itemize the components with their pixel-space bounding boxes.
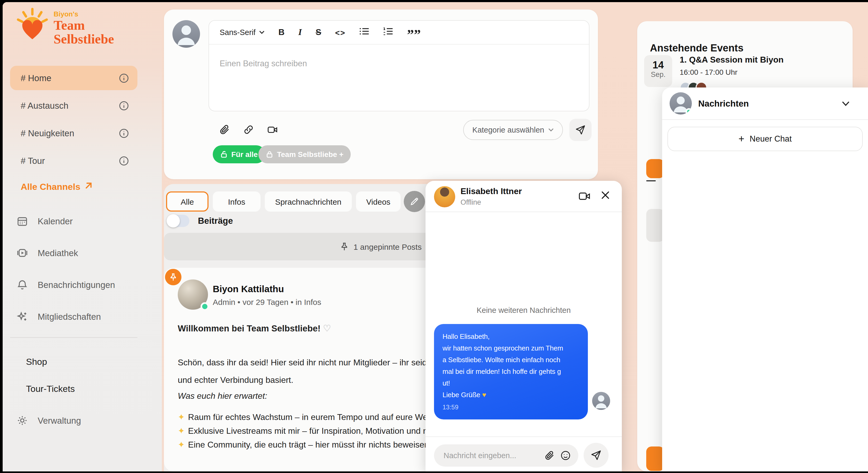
sidebar-item-tour-tickets[interactable]: Tour-Tickets: [26, 377, 75, 401]
tab-alle[interactable]: Alle: [166, 192, 209, 211]
sidebar-item-all-channels[interactable]: Alle Channels: [21, 181, 93, 193]
tab-label: Alle: [181, 197, 194, 206]
lock-open-icon: [220, 150, 227, 158]
post-bullet-text: Eine Community, die euch trägt – hier mü…: [188, 440, 436, 449]
tab-sprachnachrichten[interactable]: Sprachnachrichten: [265, 192, 352, 211]
bullet-list-button[interactable]: [359, 27, 369, 38]
tab-label: Videos: [366, 197, 390, 206]
info-icon[interactable]: [119, 100, 129, 110]
sidebar-item-label: Verwaltung: [38, 415, 81, 426]
sidebar-divider: [10, 337, 137, 338]
info-icon[interactable]: [119, 156, 129, 166]
beitraege-toggle-label: Beiträge: [198, 216, 233, 226]
link-icon[interactable]: [243, 124, 254, 135]
chat-partner-name: Elisabeth Ittner: [461, 187, 522, 196]
info-icon[interactable]: [119, 128, 129, 138]
tab-label: Infos: [228, 197, 245, 206]
message-timestamp: 13:59: [442, 404, 579, 411]
chat-partner-avatar: [434, 186, 455, 207]
font-selector[interactable]: Sans-Serif: [220, 28, 265, 37]
pinned-badge: [165, 269, 182, 285]
sidebar-item-tour[interactable]: # Tour: [10, 148, 137, 173]
italic-button[interactable]: I: [299, 27, 302, 38]
new-chat-button[interactable]: + Neuer Chat: [668, 127, 863, 151]
video-call-button[interactable]: [578, 191, 590, 204]
sidebar-item-verwaltung[interactable]: Verwaltung: [10, 408, 137, 433]
event-time: 16:00 - 17:00 Uhr: [680, 68, 738, 76]
sidebar-item-neuigkeiten[interactable]: # Neuigkeiten: [10, 121, 137, 145]
quote-button[interactable]: ””: [407, 27, 421, 38]
post-title: Willkommen bei Team Selbstliebe!: [178, 324, 320, 333]
post-author-avatar[interactable]: [178, 279, 208, 310]
emoji-icon[interactable]: [560, 450, 571, 461]
brand-line1: Team: [54, 19, 114, 32]
editor-toolbar: Sans-Serif B I S <> ””: [209, 21, 589, 44]
beitraege-toggle-row: Beiträge: [168, 215, 233, 227]
divider: [426, 436, 622, 437]
visibility-team-pill[interactable]: Team Selbstliebe +: [258, 145, 351, 163]
event-day: 14: [644, 60, 672, 70]
submit-post-button[interactable]: [569, 119, 592, 141]
composer-placeholder[interactable]: Einen Beitrag schreiben: [220, 59, 307, 68]
collapse-messages-button[interactable]: [841, 99, 850, 109]
tab-infos[interactable]: Infos: [213, 192, 260, 211]
app-page: Biyon's Team Selbstliebe # Home # Austau…: [3, 2, 868, 471]
rich-text-editor: Sans-Serif B I S <> ”” Einen Beitrag sch…: [209, 20, 589, 111]
sidebar-item-shop[interactable]: Shop: [26, 350, 47, 374]
sidebar-item-label: Shop: [26, 357, 47, 368]
event-text-sliver: [646, 180, 656, 181]
numbered-list-button[interactable]: [383, 27, 393, 38]
post-author-name[interactable]: Biyon Kattilathu: [213, 284, 284, 295]
message-line: Liebe Grüße ♥: [442, 389, 579, 401]
brand-logo[interactable]: Biyon's Team Selbstliebe: [16, 7, 114, 46]
edit-filters-button[interactable]: [404, 191, 425, 212]
tab-videos[interactable]: Videos: [356, 192, 401, 211]
bold-button[interactable]: B: [278, 28, 284, 37]
close-chat-button[interactable]: [600, 190, 610, 202]
sidebar-item-benachrichtigungen[interactable]: Benachrichtigungen: [10, 273, 137, 297]
attachment-row: [219, 120, 278, 139]
paperclip-icon[interactable]: [545, 450, 555, 461]
message-line: mal bei dir melden! Ich hoffe dir gehts …: [442, 366, 579, 377]
plus-icon: +: [739, 133, 744, 145]
sidebar-item-kalender[interactable]: Kalender: [10, 209, 137, 233]
sparkles-icon: ✦: [178, 412, 185, 421]
divider: [426, 211, 622, 212]
strikethrough-button[interactable]: S: [316, 28, 321, 37]
category-select[interactable]: Kategorie auswählen: [463, 120, 563, 140]
media-library-icon: [17, 247, 28, 259]
brand-text: Biyon's Team Selbstliebe: [54, 7, 114, 46]
post-composer: Sans-Serif B I S <> ”” Einen Beitrag sch…: [164, 9, 598, 179]
visibility-public-label: Für alle: [231, 150, 258, 159]
sidebar-item-mitgliedschaften[interactable]: Mitgliedschaften: [10, 304, 137, 329]
messages-panel-title: Nachrichten: [698, 99, 749, 109]
sparkle-icon: [17, 311, 28, 323]
calendar-icon: [17, 215, 28, 227]
sidebar-item-label: # Tour: [21, 156, 45, 166]
pencil-icon: [410, 197, 419, 206]
chat-partner-status: Offline: [461, 198, 481, 206]
visibility-public-pill[interactable]: Für alle: [213, 145, 265, 163]
info-icon[interactable]: [119, 73, 129, 83]
current-user-avatar: [173, 20, 200, 48]
message-line: ut!: [442, 377, 579, 389]
arrow-up-right-icon: [85, 181, 93, 193]
event-title[interactable]: 1. Q&A Session mit Biyon: [680, 55, 784, 65]
sidebar-item-home[interactable]: # Home: [10, 66, 137, 90]
message-sender-avatar: [592, 392, 610, 410]
post-bullet-text: Raum für echtes Wachstum – in eurem Temp…: [188, 412, 438, 421]
sidebar-item-mediathek[interactable]: Mediathek: [10, 241, 137, 265]
video-camera-icon[interactable]: [267, 124, 278, 135]
pin-icon: [169, 273, 177, 281]
all-channels-label: Alle Channels: [21, 181, 81, 192]
sidebar-item-austausch[interactable]: # Austausch: [10, 93, 137, 118]
no-more-messages-label: Keine weiteren Nachrichten: [426, 306, 622, 314]
beitraege-toggle[interactable]: [168, 215, 189, 227]
visibility-team-label: Team Selbstliebe +: [277, 150, 344, 159]
event-date-box: 14 Sep.: [644, 55, 672, 87]
code-button[interactable]: <>: [335, 28, 345, 37]
send-message-button[interactable]: [584, 443, 609, 468]
message-input[interactable]: Nachricht eingeben...: [434, 444, 578, 467]
paperclip-icon[interactable]: [219, 124, 230, 135]
messages-user-avatar: [670, 92, 692, 114]
